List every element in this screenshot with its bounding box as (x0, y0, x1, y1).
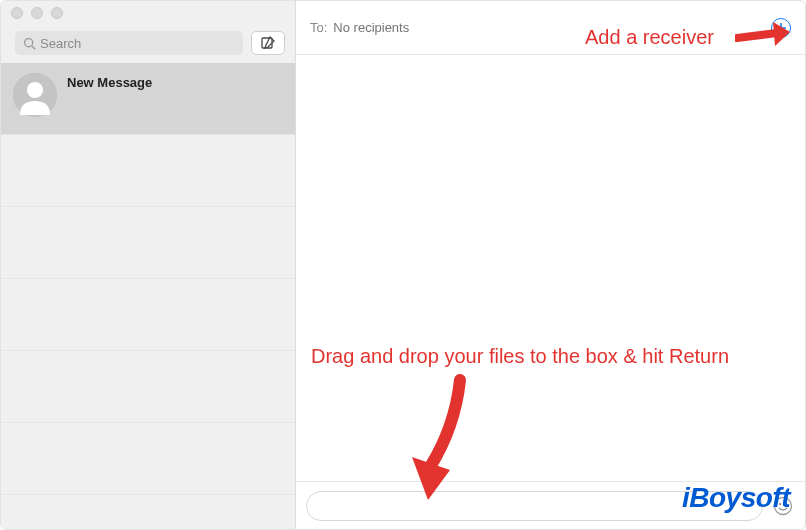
compose-icon (260, 35, 276, 51)
search-input[interactable]: Search (15, 31, 243, 55)
svg-point-4 (27, 82, 43, 98)
window-titlebar (1, 1, 295, 25)
messages-window: Search New Message (0, 0, 806, 530)
message-input[interactable] (306, 491, 763, 521)
to-field-bar: To: (296, 1, 805, 55)
recipients-input[interactable] (333, 20, 771, 35)
conversation-list: New Message (1, 63, 295, 529)
list-item (1, 351, 295, 423)
svg-point-9 (785, 502, 787, 504)
add-recipient-button[interactable] (771, 18, 791, 38)
zoom-icon[interactable] (51, 7, 63, 19)
sidebar: Search New Message (1, 1, 296, 529)
compose-bar (296, 481, 805, 529)
svg-point-0 (25, 38, 33, 46)
plus-icon (775, 22, 787, 34)
sidebar-toolbar: Search (1, 25, 295, 63)
minimize-icon[interactable] (31, 7, 43, 19)
to-label: To: (310, 20, 327, 35)
conversation-item[interactable]: New Message (1, 63, 295, 135)
emoji-button[interactable] (771, 494, 795, 518)
person-icon (13, 73, 57, 117)
list-item (1, 423, 295, 495)
svg-point-8 (779, 502, 781, 504)
list-item (1, 135, 295, 207)
close-icon[interactable] (11, 7, 23, 19)
svg-line-1 (32, 45, 35, 48)
avatar (13, 73, 57, 117)
compose-button[interactable] (251, 31, 285, 55)
search-icon (23, 37, 36, 50)
main-pane: To: (296, 1, 805, 529)
conversation-title: New Message (67, 75, 152, 90)
svg-point-7 (775, 497, 792, 514)
emoji-icon (773, 496, 793, 516)
list-item (1, 207, 295, 279)
list-item (1, 279, 295, 351)
message-thread[interactable] (296, 55, 805, 481)
search-placeholder: Search (40, 36, 81, 51)
